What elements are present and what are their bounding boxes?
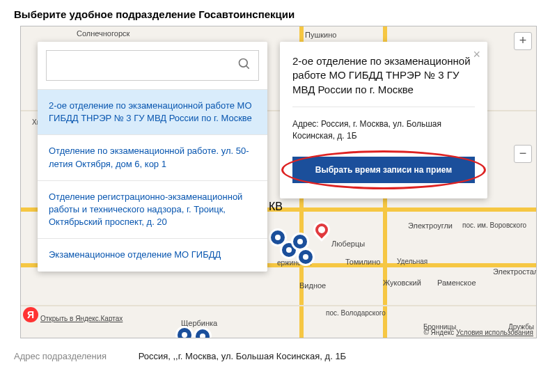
map-label: Раменское xyxy=(437,279,476,287)
map-label: пос. Володарского xyxy=(326,309,386,317)
svg-point-0 xyxy=(240,59,248,68)
popup-address: Адрес: Россия, г. Москва, ул. Большая Ко… xyxy=(292,118,475,142)
map-copyright: © Яндекс Условия использования xyxy=(423,329,533,336)
map-label: Удельная xyxy=(397,258,427,265)
map-marker[interactable] xyxy=(194,327,212,338)
office-list-item[interactable]: Отделение регистрационно-экзаменационной… xyxy=(38,181,267,240)
map-label: пос. им. Воровского xyxy=(462,221,526,229)
map-label: Электроугли xyxy=(408,221,453,230)
zoom-out-button[interactable]: − xyxy=(514,145,532,163)
map-label: Солнечногорск xyxy=(77,29,130,38)
map-marker-selected[interactable] xyxy=(313,221,330,238)
map-label: Люберцы xyxy=(331,240,365,248)
zoom-in-button[interactable]: + xyxy=(514,32,532,50)
footer-address: Адрес подразделения Россия, ,,г. Москва,… xyxy=(0,338,557,374)
map-label: Томилино xyxy=(345,258,380,266)
map-marker[interactable] xyxy=(297,248,315,266)
map-label: Пушкино xyxy=(305,31,336,39)
search-icon[interactable] xyxy=(237,57,251,74)
close-icon[interactable]: × xyxy=(473,47,480,62)
office-popup: × 2-ое отделение по экзаменационной рабо… xyxy=(280,42,487,198)
search-bar xyxy=(46,50,259,81)
office-list-item[interactable]: Экзаменационное отделение МО ГИБДД xyxy=(38,239,267,271)
svg-line-1 xyxy=(246,66,249,69)
terms-link[interactable]: Условия использования xyxy=(456,329,533,336)
map-label: КВ xyxy=(269,201,283,213)
search-input[interactable] xyxy=(54,60,237,71)
page-title: Выберите удобное подразделение Госавтоин… xyxy=(0,0,557,26)
office-list-panel: 2-ое отделение по экзаменационной работе… xyxy=(38,42,267,272)
map-container[interactable]: Солнечногорск Пушкино Клязьма Химки КВ Л… xyxy=(20,26,537,338)
office-list-item[interactable]: 2-ое отделение по экзаменационной работе… xyxy=(38,90,267,135)
open-in-yandex-link[interactable]: Открыть в Яндекс.Картах xyxy=(40,315,123,322)
office-list-item[interactable]: Отделение по экзаменационной работе. ул.… xyxy=(38,135,267,180)
map-label: Электросталь xyxy=(493,267,537,276)
map-marker[interactable] xyxy=(175,326,194,338)
choose-time-button[interactable]: Выбрать время записи на прием xyxy=(292,157,475,183)
footer-address-label: Адрес подразделения xyxy=(14,351,136,361)
popup-title: 2-ое отделение по экзаменационной работе… xyxy=(292,54,475,107)
yandex-logo[interactable]: Я xyxy=(23,307,38,322)
map-label: Жуковский xyxy=(383,279,421,287)
footer-address-value: Россия, ,,г. Москва, ул. Большая Косинск… xyxy=(139,351,347,361)
map-label: Видное xyxy=(299,281,326,290)
